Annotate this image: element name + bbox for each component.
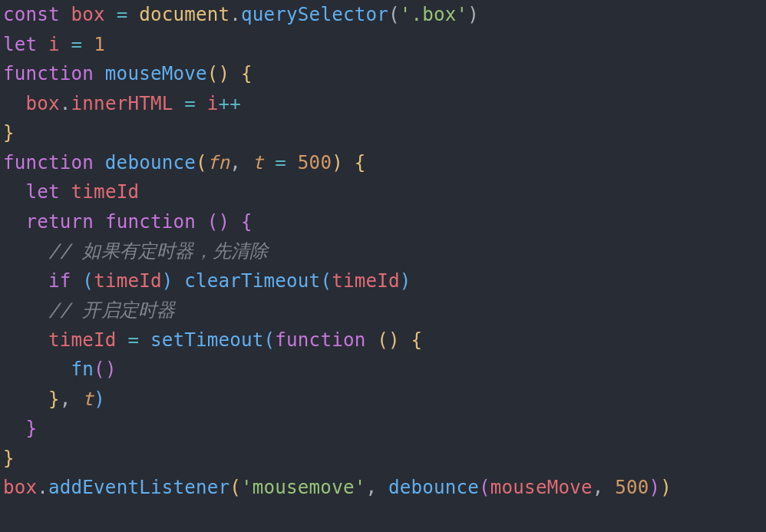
code-token: return: [26, 211, 105, 233]
code-token: let: [3, 34, 48, 55]
code-token: (: [377, 329, 388, 351]
code-token: box: [3, 477, 37, 498]
code-token: t: [82, 388, 94, 410]
code-token: ,: [229, 152, 253, 173]
code-token: (: [388, 4, 400, 25]
code-token: (: [229, 477, 241, 498]
code-token: [229, 63, 241, 84]
code-line[interactable]: }: [3, 122, 15, 144]
code-token: (: [207, 63, 219, 84]
code-line[interactable]: // 如果有定时器，先清除: [3, 240, 268, 262]
code-token: {: [411, 329, 422, 351]
code-token: .: [229, 4, 241, 25]
code-token: querySelector: [241, 4, 388, 25]
code-line[interactable]: function mouseMove() {: [3, 63, 253, 84]
code-token: '.box': [400, 4, 468, 25]
code-token: ): [660, 477, 672, 498]
code-token: [117, 329, 128, 351]
code-token: .: [60, 93, 71, 114]
code-token: }: [3, 122, 15, 144]
code-token: box: [71, 4, 105, 25]
code-token: mouseMove: [490, 477, 593, 498]
code-token: ): [94, 388, 105, 410]
code-token: [105, 4, 117, 25]
indent: [3, 240, 48, 262]
code-token: debounce: [388, 477, 479, 498]
code-token: }: [3, 448, 15, 469]
code-token: function: [275, 329, 377, 351]
code-line[interactable]: }: [3, 448, 15, 469]
code-line[interactable]: let timeId: [3, 181, 139, 203]
code-token: document: [139, 4, 229, 25]
code-token: (: [82, 270, 94, 292]
code-token: 500: [615, 477, 649, 498]
code-token: }: [48, 388, 60, 410]
code-token: clearTimeout: [184, 270, 320, 292]
code-token: (: [320, 270, 332, 292]
indent: [3, 388, 48, 410]
code-token: ): [162, 270, 173, 292]
code-line[interactable]: const box = document.querySelector('.box…: [3, 4, 479, 25]
code-token: timeId: [94, 270, 162, 292]
code-token: =: [184, 93, 196, 114]
indent: [3, 299, 48, 321]
code-token: timeId: [48, 329, 117, 351]
code-token: fn: [71, 359, 94, 380]
indent: [3, 211, 26, 233]
indent: [3, 93, 26, 114]
code-token: ,: [60, 388, 83, 410]
code-token: // 开启定时器: [48, 299, 175, 321]
indent: [3, 359, 71, 380]
code-token: }: [26, 418, 38, 439]
code-token: function: [3, 152, 105, 173]
code-token: =: [117, 4, 128, 25]
code-token: ): [219, 211, 230, 233]
code-token: [343, 152, 355, 173]
code-line[interactable]: }, t): [3, 388, 105, 410]
code-line[interactable]: function debounce(fn, t = 500) {: [3, 152, 365, 173]
code-line[interactable]: box.innerHTML = i++: [3, 93, 241, 114]
code-line[interactable]: let i = 1: [3, 34, 105, 55]
code-line[interactable]: box.addEventListener('mousemove', deboun…: [3, 477, 672, 498]
code-token: [400, 329, 411, 351]
code-token: 1: [94, 34, 105, 55]
code-token: i: [207, 93, 219, 114]
code-token: i: [48, 34, 60, 55]
code-token: 'mousemove': [241, 477, 365, 498]
code-token: // 如果有定时器，先清除: [48, 240, 268, 262]
code-token: [196, 93, 207, 114]
code-token: let: [26, 181, 71, 203]
code-token: [286, 152, 298, 173]
code-token: function: [3, 63, 105, 84]
code-token: fn: [207, 152, 230, 173]
code-token: const: [3, 4, 71, 25]
code-token: ): [467, 4, 479, 25]
indent: [3, 418, 26, 439]
code-token: ,: [593, 477, 616, 498]
code-token: [139, 329, 150, 351]
code-token: .: [37, 477, 48, 498]
code-token: [173, 93, 184, 114]
code-line[interactable]: return function () {: [3, 211, 253, 233]
indent: [3, 181, 26, 203]
code-token: {: [241, 211, 253, 233]
indent: [3, 329, 48, 351]
code-token: function: [105, 211, 207, 233]
indent: [3, 270, 48, 292]
code-token: ): [218, 63, 229, 84]
code-editor-content[interactable]: const box = document.querySelector('.box…: [0, 0, 766, 503]
code-line[interactable]: // 开启定时器: [3, 299, 175, 321]
code-token: {: [241, 63, 253, 84]
code-token: ): [649, 477, 661, 498]
code-line[interactable]: timeId = setTimeout(function () {: [3, 329, 422, 351]
code-line[interactable]: fn(): [3, 359, 117, 380]
code-token: {: [355, 152, 366, 173]
code-token: (: [264, 329, 276, 351]
code-token: timeId: [71, 181, 140, 203]
code-token: =: [275, 152, 286, 173]
code-token: (: [479, 477, 490, 498]
code-line[interactable]: if (timeId) clearTimeout(timeId): [3, 270, 411, 292]
code-token: ): [388, 329, 400, 351]
code-token: [60, 34, 71, 55]
code-line[interactable]: }: [3, 418, 37, 439]
